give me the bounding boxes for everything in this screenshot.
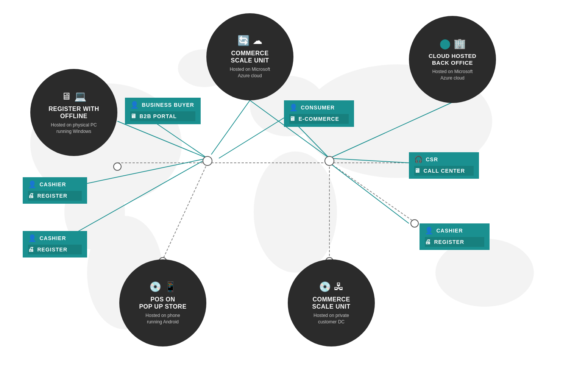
cashier1-icon: 👤 <box>28 180 37 189</box>
call-center-label: CALL CENTER <box>424 168 465 174</box>
register-icon: 🖥 <box>61 91 71 102</box>
register3-icon: 🖨 <box>425 239 431 245</box>
cloud-hosted-sub: Hosted on Microsoft Azure cloud <box>432 69 473 81</box>
csr-box: 🎧 CSR 🖥 CALL CENTER <box>409 152 479 179</box>
register-offline-sub: Hosted on physical PC running Windows <box>51 122 97 135</box>
cashier1-label: CASHIER <box>40 181 66 187</box>
ecommerce-label: E-COMMERCE <box>299 116 339 122</box>
cloud-hosted-icon: ⬤ <box>440 38 451 50</box>
register-offline-node: 🖥 💻 REGISTER WITH OFFLINE Hosted on phys… <box>30 69 117 156</box>
phone-icon: 📱 <box>164 281 176 293</box>
register1-icon: 🖨 <box>28 192 34 199</box>
cashier2-label: CASHIER <box>40 235 66 241</box>
cloud-hosted-node: ⬤ 🏢 CLOUD HOSTED BACK OFFICE Hosted on M… <box>409 16 496 103</box>
consumer-icon: 👤 <box>289 103 298 112</box>
commerce-scale-bottom-title: COMMERCE SCALE UNIT <box>312 296 351 310</box>
b2b-portal-label: B2B PORTAL <box>140 113 177 119</box>
server-icon: 🖧 <box>334 281 344 293</box>
cashier-register-box-2: 👤 CASHIER 🖨 REGISTER <box>23 231 87 257</box>
register3-label: REGISTER <box>434 239 465 245</box>
register2-icon: 🖨 <box>28 246 34 253</box>
building-icon: 🏢 <box>454 38 466 50</box>
consumer-box: 👤 CONSUMER 🖥 E-COMMERCE <box>284 100 354 127</box>
b2b-portal-icon: 🖥 <box>130 113 137 120</box>
cloud-icon: ☁ <box>253 35 262 47</box>
cashier3-icon: 👤 <box>425 226 434 235</box>
register1-label: REGISTER <box>37 193 68 199</box>
cashier2-icon: 👤 <box>28 234 37 242</box>
pos-popup-sub: Hosted on phone running Android <box>145 312 180 325</box>
commerce-scale-bottom-node: 💿 🖧 COMMERCE SCALE UNIT Hosted on privat… <box>288 259 375 346</box>
business-buyer-icon: 👤 <box>130 101 139 109</box>
cashier-register-box-3: 👤 CASHIER 🖨 REGISTER <box>420 223 490 250</box>
business-buyer-box: 👤 BUSINESS BUYER 🖥 B2B PORTAL <box>125 98 201 124</box>
call-center-icon: 🖥 <box>414 167 421 174</box>
register2-label: REGISTER <box>37 247 68 253</box>
cloud-hosted-title: CLOUD HOSTED BACK OFFICE <box>429 53 476 66</box>
csr-icon: 🎧 <box>414 155 423 164</box>
commerce-scale-bottom-sub: Hosted on private customer DC <box>313 312 349 325</box>
business-buyer-label: BUSINESS BUYER <box>142 102 194 108</box>
disk-icon: 💿 <box>149 281 161 293</box>
windows-icon: 💻 <box>74 91 86 102</box>
pos-popup-title: POS ON POP UP STORE <box>139 296 186 310</box>
commerce-scale-top-sub: Hosted on Microsoft Azure cloud <box>230 66 270 79</box>
register-offline-title: REGISTER WITH OFFLINE <box>48 105 99 120</box>
csr-label: CSR <box>426 156 438 162</box>
sync-icon: 🔄 <box>237 35 250 47</box>
commerce-scale-top-title: COMMERCE SCALE UNIT <box>231 50 269 64</box>
cashier-register-box-1: 👤 CASHIER 🖨 REGISTER <box>23 177 87 204</box>
consumer-label: CONSUMER <box>301 105 335 111</box>
ecommerce-icon: 🖥 <box>289 115 296 122</box>
commerce-scale-top-node: 🔄 ☁ COMMERCE SCALE UNIT Hosted on Micros… <box>206 13 293 100</box>
pos-popup-node: 💿 📱 POS ON POP UP STORE Hosted on phone … <box>119 259 206 346</box>
cashier3-label: CASHIER <box>437 228 463 234</box>
disk2-icon: 💿 <box>319 281 331 293</box>
